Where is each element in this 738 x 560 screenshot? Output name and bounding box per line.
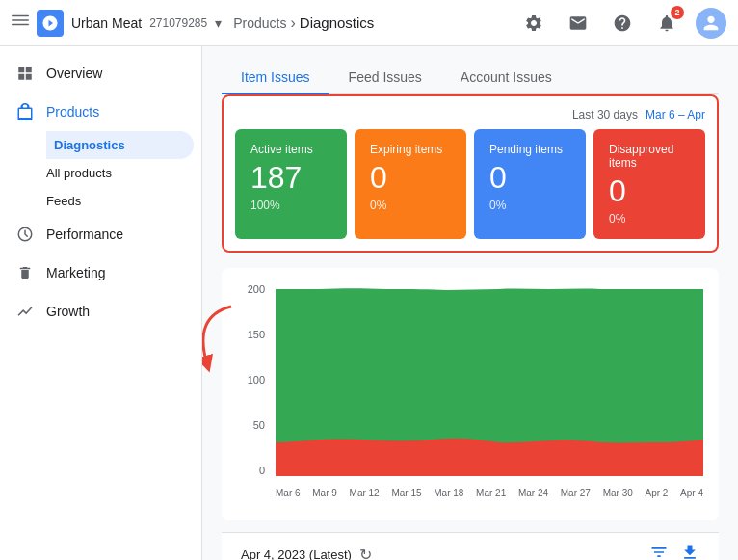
sidebar-item-performance[interactable]: Performance: [0, 215, 194, 253]
account-id: 271079285: [149, 16, 207, 30]
annotation-arrow: [202, 297, 241, 377]
account-dropdown[interactable]: ▾: [215, 15, 222, 31]
date-filter-row: Last 30 days Mar 6 – Apr: [235, 108, 705, 121]
x-label-mar9: Mar 9: [312, 488, 337, 498]
x-label-mar21: Mar 21: [476, 488, 506, 498]
pending-value: 0: [489, 162, 570, 193]
date-filter-label: Last 30 days: [572, 108, 638, 121]
x-label-mar27: Mar 27: [561, 488, 591, 498]
mail-button[interactable]: [563, 8, 593, 39]
sidebar-item-all-products[interactable]: All products: [46, 159, 194, 187]
user-avatar[interactable]: [696, 8, 726, 39]
breadcrumb: Products › Diagnostics: [233, 14, 374, 32]
disapproved-pct: 0%: [609, 212, 690, 226]
x-label-apr4: Apr 4: [680, 488, 703, 498]
main-layout: Overview Products Diagnostics All produc…: [0, 46, 738, 560]
disapproved-value: 0: [609, 175, 690, 206]
sidebar-item-products[interactable]: Products: [0, 93, 194, 131]
products-icon: [15, 102, 35, 121]
active-label: Active items: [250, 143, 331, 156]
sidebar-item-growth[interactable]: Growth: [0, 292, 194, 331]
issue-tabs: Item Issues Feed Issues Account Issues: [222, 62, 719, 94]
sidebar-item-overview[interactable]: Overview: [0, 54, 194, 93]
x-label-mar30: Mar 30: [603, 488, 633, 498]
active-value: 187: [250, 162, 331, 193]
sidebar-overview-label: Overview: [46, 66, 102, 81]
download-button[interactable]: [680, 543, 699, 560]
growth-icon: [15, 302, 35, 321]
brand-name: Urban Meat: [71, 15, 142, 31]
sidebar-marketing-label: Marketing: [46, 265, 105, 280]
metrics-row: Active items 187 100% Expiring items 0 0…: [235, 129, 705, 239]
x-label-mar24: Mar 24: [518, 488, 548, 498]
x-label-mar12: Mar 12: [350, 488, 380, 498]
x-label-mar18: Mar 18: [434, 488, 463, 498]
date-filter-value[interactable]: Mar 6 – Apr: [646, 108, 705, 121]
app-logo: [37, 10, 64, 37]
date-label: Apr 4, 2023 (Latest): [241, 547, 352, 560]
disapproved-label: Disapproved items: [609, 143, 690, 170]
marketing-icon: [15, 263, 35, 282]
chart-y-axis: 200 150 100 50 0: [237, 283, 271, 476]
products-submenu: Diagnostics All products Feeds: [0, 131, 201, 215]
issues-card: Last 30 days Mar 6 – Apr Active items 18…: [222, 94, 719, 253]
metric-disapproved-items[interactable]: Disapproved items 0 0%: [593, 129, 705, 239]
menu-icon[interactable]: [12, 12, 29, 34]
sidebar-performance-label: Performance: [46, 227, 123, 242]
tab-account-issues[interactable]: Account Issues: [441, 62, 571, 93]
breadcrumb-parent[interactable]: Products: [233, 15, 286, 31]
performance-icon: [15, 225, 35, 244]
red-area: [276, 439, 703, 476]
y-label-200: 200: [248, 283, 265, 295]
filter-button[interactable]: [649, 543, 669, 560]
sidebar: Overview Products Diagnostics All produc…: [0, 46, 202, 560]
sidebar-growth-label: Growth: [46, 304, 90, 319]
active-pct: 100%: [250, 199, 331, 212]
sidebar-item-diagnostics[interactable]: Diagnostics: [46, 131, 194, 159]
sidebar-item-marketing[interactable]: Marketing: [0, 253, 194, 292]
sidebar-products-label: Products: [46, 104, 99, 120]
expiring-pct: 0%: [370, 199, 451, 212]
notifications-button[interactable]: 2: [651, 8, 682, 39]
chart-container: 200 150 100 50 0: [237, 283, 703, 505]
y-label-0: 0: [259, 465, 265, 476]
expiring-label: Expiring items: [370, 143, 451, 156]
chart-svg: [276, 283, 703, 476]
header-icons: 2: [518, 8, 726, 39]
overview-icon: [15, 64, 35, 83]
chart-plot: [276, 283, 703, 476]
help-button[interactable]: [607, 8, 638, 39]
pending-pct: 0%: [489, 199, 570, 212]
y-label-100: 100: [248, 374, 265, 386]
y-label-50: 50: [253, 419, 265, 431]
main-content: Item Issues Feed Issues Account Issues L…: [202, 46, 738, 560]
notification-count: 2: [671, 6, 684, 19]
breadcrumb-current: Diagnostics: [300, 14, 375, 31]
bottom-bar: Apr 4, 2023 (Latest) ↻: [222, 532, 719, 560]
chart-section: 200 150 100 50 0: [222, 268, 719, 520]
x-label-mar15: Mar 15: [391, 488, 421, 498]
refresh-button[interactable]: ↻: [359, 546, 372, 560]
chart-x-axis: Mar 6 Mar 9 Mar 12 Mar 15 Mar 18 Mar 21 …: [276, 480, 703, 505]
bottom-actions: [649, 543, 699, 560]
x-label-mar6: Mar 6: [276, 488, 301, 498]
tab-feed-issues[interactable]: Feed Issues: [329, 62, 441, 93]
chart-card: 200 150 100 50 0: [222, 268, 719, 520]
svg-rect-2: [12, 24, 29, 26]
metric-active-items[interactable]: Active items 187 100%: [235, 129, 347, 239]
y-label-150: 150: [248, 329, 265, 340]
x-label-apr2: Apr 2: [645, 488, 668, 498]
svg-rect-1: [12, 19, 29, 21]
breadcrumb-separator: ›: [290, 14, 295, 32]
expiring-value: 0: [370, 162, 451, 193]
metric-expiring-items[interactable]: Expiring items 0 0%: [355, 129, 466, 239]
svg-rect-0: [12, 15, 29, 17]
header: Urban Meat 271079285 ▾ Products › Diagno…: [0, 0, 738, 46]
pending-label: Pending items: [489, 143, 570, 156]
settings-button[interactable]: [518, 8, 549, 39]
tab-item-issues[interactable]: Item Issues: [222, 62, 329, 93]
sidebar-item-feeds[interactable]: Feeds: [46, 187, 194, 215]
metric-pending-items[interactable]: Pending items 0 0%: [474, 129, 586, 239]
